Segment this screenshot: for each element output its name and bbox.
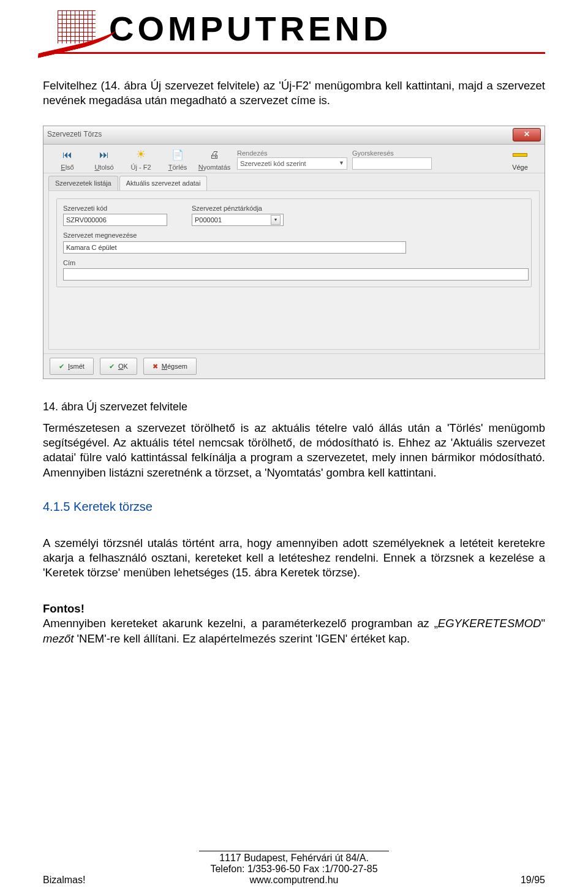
quicksearch-label: Gyorskeresés	[352, 149, 432, 158]
sort-field: Rendezés Szervezeti kód szerint ▼	[237, 149, 347, 172]
logo-mark	[43, 10, 98, 47]
toolbar-new-label: Új - F2	[123, 163, 159, 172]
cim-label: Cím	[63, 258, 525, 268]
window-title: Szervezeti Törzs	[47, 130, 513, 140]
footer-left: Bizalmas!	[43, 875, 85, 886]
field-cim: Cím	[63, 258, 525, 281]
cim-input[interactable]	[63, 268, 529, 281]
last-icon	[95, 148, 113, 162]
fontos-body-a: Amennyiben kereteket akarunk kezelni, a …	[43, 617, 438, 630]
action-bar: ✔ Ismét ✔ OK ✖ Mégsem	[43, 353, 545, 379]
cancel-icon: ✖	[153, 362, 158, 371]
toolbar-last-button[interactable]: Utolsó	[86, 148, 122, 172]
first-icon	[58, 148, 77, 162]
field-szervezeti-kod: Szervezeti kód	[63, 204, 167, 227]
figure-caption: 14. ábra Új szervezet felvitele	[43, 400, 545, 415]
footer-web: www.computrend.hu	[0, 875, 588, 886]
penztar-select[interactable]: P000001 ▾	[192, 214, 284, 226]
megnev-label: Szervezet megnevezése	[63, 231, 525, 240]
sort-value: Szervezeti kód szerint	[240, 159, 306, 168]
sort-select[interactable]: Szervezeti kód szerint ▼	[237, 157, 347, 170]
chevron-down-icon: ▼	[339, 160, 344, 167]
window-titlebar: Szervezeti Törzs ✕	[43, 126, 545, 145]
field-megnevezes: Szervezet megnevezése	[63, 231, 525, 254]
app-window: Szervezeti Törzs ✕ Első Utolsó Új - F2	[43, 126, 545, 379]
chevron-down-icon: ▾	[271, 215, 281, 225]
toolbar-end-button[interactable]: Vége	[502, 148, 538, 172]
document-content: Felvitelhez (14. ábra Új szervezet felvi…	[0, 54, 588, 646]
window-close-button[interactable]: ✕	[513, 128, 541, 141]
brand-name: COMPUTREND	[109, 9, 391, 48]
toolbar-first-label: lső	[66, 164, 74, 171]
fontos-italic: EGYKERETESMOD	[438, 617, 541, 630]
toolbar-print-button[interactable]: Nyomtatás	[197, 148, 232, 172]
footer-divider	[199, 851, 389, 851]
form-area: Szervezeti kód Szervezet pénztárkódja P0…	[48, 190, 540, 350]
toolbar: Első Utolsó Új - F2 Törlés Nyomtatás	[43, 145, 545, 174]
intro-paragraph: Felvitelhez (14. ábra Új szervezet felvi…	[43, 78, 545, 108]
penztar-label: Szervezet pénztárkódja	[192, 204, 284, 213]
footer-right: 19/95	[521, 875, 545, 886]
quicksearch-input[interactable]	[352, 157, 432, 170]
fontos-mezot: mezőt	[43, 632, 74, 645]
fontos-body-b: "	[541, 617, 545, 630]
toolbar-new-button[interactable]: Új - F2	[123, 148, 159, 172]
penztar-value: P000001	[195, 216, 222, 225]
toolbar-first-button[interactable]: Első	[50, 148, 85, 172]
megsem-button[interactable]: ✖ Mégsem	[143, 358, 197, 375]
field-penztarkod: Szervezet pénztárkódja P000001 ▾	[192, 204, 284, 227]
toolbar-nav-group: Első Utolsó Új - F2 Törlés Nyomtatás	[50, 148, 232, 172]
megnev-input[interactable]	[63, 241, 406, 254]
delete-icon	[168, 148, 187, 162]
kod-label: Szervezeti kód	[63, 204, 167, 213]
print-icon	[205, 148, 224, 162]
end-icon	[511, 148, 529, 162]
fontos-paragraph: Fontos! Amennyiben kereteket akarunk kez…	[43, 601, 545, 646]
page-footer: 1117 Budapest, Fehérvári út 84/A. Telefo…	[0, 851, 588, 886]
tabbar: Szervezetek listája Aktuális szervezet a…	[43, 173, 545, 190]
sort-label: Rendezés	[237, 149, 347, 158]
tab-list[interactable]: Szervezetek listája	[48, 176, 118, 190]
toolbar-delete-button[interactable]: Törlés	[160, 148, 195, 172]
kod-input[interactable]	[63, 214, 167, 226]
paragraph-2: Természetesen a szervezet törölhető is a…	[43, 421, 545, 481]
fontos-label: Fontos!	[43, 602, 85, 615]
quicksearch-field: Gyorskeresés	[352, 149, 432, 172]
new-icon	[132, 148, 150, 162]
fontos-body-d: 'NEM'-re kell állítani. Ez alapértelmezé…	[74, 632, 410, 645]
tab-current[interactable]: Aktuális szervezet adatai	[119, 176, 208, 190]
ok-button[interactable]: ✔ OK	[100, 358, 137, 375]
ismet-button[interactable]: ✔ Ismét	[50, 358, 94, 375]
form-fieldset: Szervezeti kód Szervezet pénztárkódja P0…	[56, 198, 532, 288]
section-heading: 4.1.5 Keretek törzse	[43, 499, 545, 514]
paragraph-3: A személyi törzsnél utalás történt arra,…	[43, 536, 545, 581]
page-header: COMPUTREND	[0, 0, 588, 51]
check-icon: ✔	[109, 362, 115, 371]
footer-tel: Telefon: 1/353-96-50 Fax :1/700-27-85	[0, 864, 588, 875]
check-icon: ✔	[59, 362, 64, 371]
footer-address: 1117 Budapest, Fehérvári út 84/A.	[0, 853, 588, 864]
